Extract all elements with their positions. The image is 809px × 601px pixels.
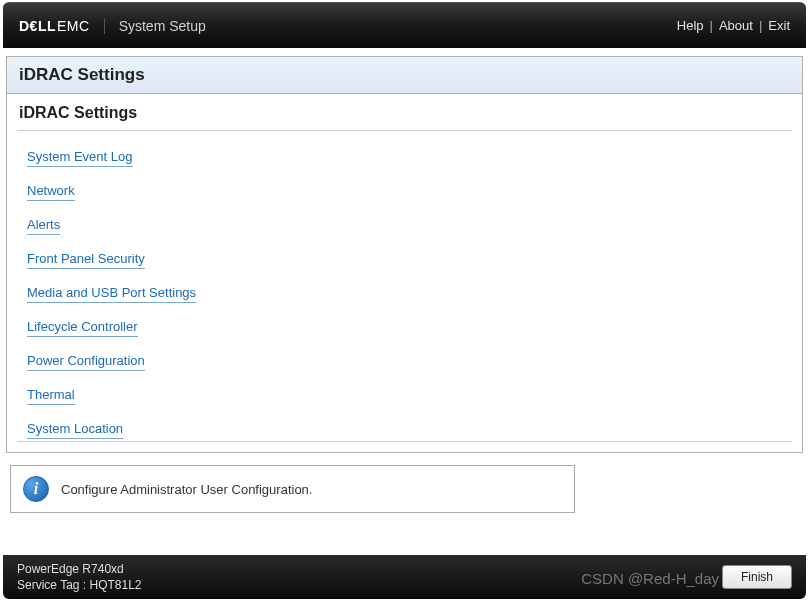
- finish-button[interactable]: Finish: [722, 565, 792, 589]
- top-bar: D€LLEMC System Setup Help | About | Exit: [3, 2, 806, 48]
- nav-link[interactable]: Thermal: [27, 387, 75, 405]
- footer-left: PowerEdge R740xd Service Tag : HQT81L2: [17, 562, 142, 592]
- nav-item-system-location[interactable]: System Location: [25, 413, 784, 442]
- exit-link[interactable]: Exit: [768, 18, 790, 33]
- nav-link[interactable]: Media and USB Port Settings: [27, 285, 196, 303]
- nav-item-front-panel-security[interactable]: Front Panel Security: [25, 243, 784, 273]
- service-tag: Service Tag : HQT81L2: [17, 578, 142, 592]
- service-tag-label: Service Tag :: [17, 578, 86, 592]
- info-text: Configure Administrator User Configurati…: [61, 482, 312, 497]
- section-title: iDRAC Settings: [19, 65, 790, 85]
- sub-title-bar: iDRAC Settings: [7, 94, 802, 130]
- nav-item-network[interactable]: Network: [25, 175, 784, 205]
- nav-item-lifecycle-controller[interactable]: Lifecycle Controller: [25, 311, 784, 341]
- brand-emc: EMC: [57, 18, 90, 34]
- divider: |: [710, 18, 713, 33]
- nav-item-system-event-log[interactable]: System Event Log: [25, 141, 784, 171]
- app-title: System Setup: [105, 18, 206, 34]
- nav-link[interactable]: System Event Log: [27, 149, 133, 167]
- sub-title: iDRAC Settings: [19, 104, 790, 122]
- help-link[interactable]: Help: [677, 18, 704, 33]
- section-title-bar: iDRAC Settings: [7, 57, 802, 94]
- content-area[interactable]: System Event Log Network Alerts Front Pa…: [17, 130, 792, 442]
- nav-item-media-usb-port-settings[interactable]: Media and USB Port Settings: [25, 277, 784, 307]
- top-links: Help | About | Exit: [677, 18, 790, 33]
- about-link[interactable]: About: [719, 18, 753, 33]
- model-name: PowerEdge R740xd: [17, 562, 142, 576]
- nav-item-power-configuration[interactable]: Power Configuration: [25, 345, 784, 375]
- nav-link[interactable]: Power Configuration: [27, 353, 145, 371]
- brand-dell: D€LL: [19, 18, 56, 34]
- nav-link[interactable]: Lifecycle Controller: [27, 319, 138, 337]
- info-panel: i Configure Administrator User Configura…: [10, 465, 575, 513]
- divider: |: [759, 18, 762, 33]
- nav-link[interactable]: Alerts: [27, 217, 60, 235]
- nav-link[interactable]: Network: [27, 183, 75, 201]
- main-frame: iDRAC Settings iDRAC Settings System Eve…: [6, 56, 803, 453]
- nav-link[interactable]: Front Panel Security: [27, 251, 145, 269]
- info-icon: i: [23, 476, 49, 502]
- nav-link[interactable]: System Location: [27, 421, 123, 439]
- brand-logo: D€LLEMC: [19, 18, 105, 34]
- bottom-bar: PowerEdge R740xd Service Tag : HQT81L2 F…: [3, 555, 806, 599]
- service-tag-value: HQT81L2: [90, 578, 142, 592]
- nav-item-alerts[interactable]: Alerts: [25, 209, 784, 239]
- nav-item-thermal[interactable]: Thermal: [25, 379, 784, 409]
